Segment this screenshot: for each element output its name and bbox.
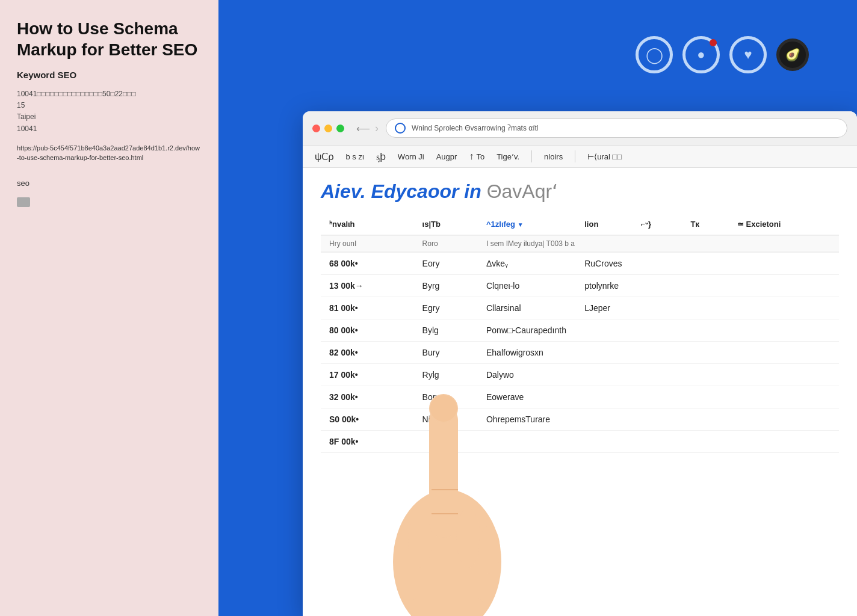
title-part1: Aiev. Edycaoor [321,180,459,202]
top-decoration-icons: ◯ ● ♥ 🥑 [636,36,809,73]
icon-circle-3: ♥ [729,36,767,73]
row5-vol: 82 00k• [321,342,414,364]
subheader-col2: Roro [414,235,478,252]
meta-line1: 10041□□□□□□□□□□□□□□□50□22□□□ [17,90,136,98]
toolbar-item-augpr[interactable]: Augpr [436,152,457,161]
table-row: 13 00k→ Byrg Clqneι-lo ptolynrke [321,275,839,297]
meta-id: 10041 [17,125,37,133]
row7-kw1: Bory [414,386,478,408]
row5-kw1: Bury [414,342,478,364]
row7-kw2: Eowerave [478,386,839,408]
toolbar-label-1: ψϹρ [315,151,334,162]
th-keyword: ʰnvalιh [321,214,414,235]
row4-vol: 80 00k• [321,319,414,342]
address-text: Wnind Sρrolech Θvsarrowing ʔmats αítl [412,124,838,132]
table-body: 68 00k• Eory Δvkeᵧ RuCroves 13 00k→ Byrg… [321,252,839,453]
row6-kw2: Dalywo [478,364,839,386]
row1-kw1: Eory [414,252,478,275]
toolbar-label-2: b s zι [346,152,364,161]
row6-vol: 17 00k• [321,364,414,386]
sidebar: How to Use Schema Markup for Better SEO … [0,0,218,616]
toolbar-label-ural: ⊢⟨ural □□ [587,152,622,161]
th-col2: ιs|Tb [414,214,478,235]
toolbar-separator-1 [531,150,532,162]
content-title: Aiev. Edycaoor in ΘavAqrʻ [321,180,839,203]
row1-vol: 68 00k• [321,252,414,275]
meta-location: Taipei [17,112,36,121]
toolbar-label-3: ᶊϸ [376,151,386,162]
toolbar-item-1[interactable]: ψϹρ [315,151,334,162]
toolbar-item-worn-ji[interactable]: Worn Ji [398,152,424,161]
keyword-table: ʰnvalιh ιs|Tb ^1zlιfeg ▼ lion ⌐ᵕ} Tк ≃ E… [321,214,839,453]
sidebar-tag: seo [17,179,202,188]
browser-toolbar: ψϹρ b s zι ᶊϸ Worn Ji Augpr ↑ To Tigeʼv. [303,146,857,168]
table-row: 68 00k• Eory Δvkeᵧ RuCroves [321,252,839,275]
title-part2-text: in [464,180,481,202]
icon-circle-4: 🥑 [776,38,809,71]
toolbar-item-tiger[interactable]: Tigeʼv. [497,152,519,161]
nav-forward-button[interactable]: › [375,122,379,135]
toolbar-item-ural[interactable]: ⊢⟨ural □□ [587,152,622,161]
row9-kw1 [414,431,478,453]
traffic-lights [312,125,344,132]
toolbar-label-worn-ji: Worn Ji [398,152,424,161]
row3-kw2: Cllarsinal [478,297,576,319]
th-volume[interactable]: ^1zlιfeg ▼ [478,214,576,235]
browser-window: ⟵ › Wnind Sρrolech Θvsarrowing ʔmats αít… [303,111,857,616]
toolbar-label-arrow: ↑ [469,151,474,162]
article-title: How to Use Schema Markup for Better SEO [17,18,202,60]
toolbar-label-augpr: Augpr [436,152,457,161]
address-security-icon [395,123,406,134]
row7-vol: 32 00k• [321,386,414,408]
article-url[interactable]: https://pub-5c454f571b8e40a3a2aad27ade84… [17,143,202,163]
th-icon: ⌐ᵕ} [632,214,682,235]
row5-kw2: Ehalfowigrosxn [478,342,839,364]
row8-vol: S0 00k• [321,408,414,431]
traffic-light-green[interactable] [336,125,344,132]
browser-chrome: ⟵ › Wnind Sρrolech Θvsarrowing ʔmats αít… [303,111,857,146]
row2-vol: 13 00k→ [321,275,414,297]
th-tk: Tк [682,214,729,235]
table-row: 81 00k• Egry Cllarsinal LJeper [321,297,839,319]
toolbar-item-2[interactable]: b s zι [346,152,364,161]
browser-content: Aiev. Edycaoor in ΘavAqrʻ ʰnvalιh ιs|Tb … [303,168,857,616]
traffic-light-yellow[interactable] [324,125,332,132]
table-row: 8F 00k• [321,431,839,453]
table-row: 82 00k• Bury Ehalfowigrosxn [321,342,839,364]
traffic-light-red[interactable] [312,125,320,132]
subheader-col3: I sem IMey iludya| T003 b a [478,235,839,252]
row3-kw3: LJeper [576,297,839,319]
row1-kw3: RuCroves [576,252,839,275]
toolbar-label-nloirs: nloirs [544,152,563,161]
table-row: 17 00k• Rylg Dalywo [321,364,839,386]
heart-icon: ♥ [744,47,752,63]
toolbar-label-to: To [476,152,484,161]
icon-circle-2: ● [682,36,720,73]
th-excietonj: ≃ Excietoni [729,214,839,235]
address-bar[interactable]: Wnind Sρrolech Θvsarrowing ʔmats αítl [386,119,847,138]
row4-kw2: Ponw□-Caurapedınth [478,319,839,342]
table-header-row: ʰnvalιh ιs|Tb ^1zlιfeg ▼ lion ⌐ᵕ} Tк ≃ E… [321,214,839,235]
row6-kw1: Rylg [414,364,478,386]
nav-buttons: ⟵ › [356,122,379,135]
main-area: ◯ ● ♥ 🥑 ⟵ › Wnind Sρrol [218,0,857,616]
toolbar-item-nloirs[interactable]: nloirs [544,152,563,161]
toolbar-item-to[interactable]: ↑ To [469,151,484,162]
red-dot [710,39,717,46]
table-row: S0 00k• Nillv OhrepemsTurare [321,408,839,431]
row2-kw2: Clqneι-lo [478,275,576,297]
circle-outline-icon: ◯ [646,46,663,64]
keyword-label: Keyword SEO [17,70,202,80]
table-subheader-row: Hry ounΙ Roro I sem IMey iludya| T003 b … [321,235,839,252]
toolbar-separator-2 [575,150,575,162]
row9-vol: 8F 00k• [321,431,414,453]
row8-kw1: Nillv [414,408,478,431]
title-part3-text: ΘavAqrʻ [487,180,558,202]
toolbar-item-3[interactable]: ᶊϸ [376,151,386,162]
table-row: 32 00k• Bory Eowerave [321,386,839,408]
subheader-col1: Hry ounΙ [321,235,414,252]
toolbar-label-tiger: Tigeʼv. [497,152,519,161]
avocado-icon: 🥑 [785,48,800,62]
row3-vol: 81 00k• [321,297,414,319]
nav-back-button[interactable]: ⟵ [356,123,370,134]
